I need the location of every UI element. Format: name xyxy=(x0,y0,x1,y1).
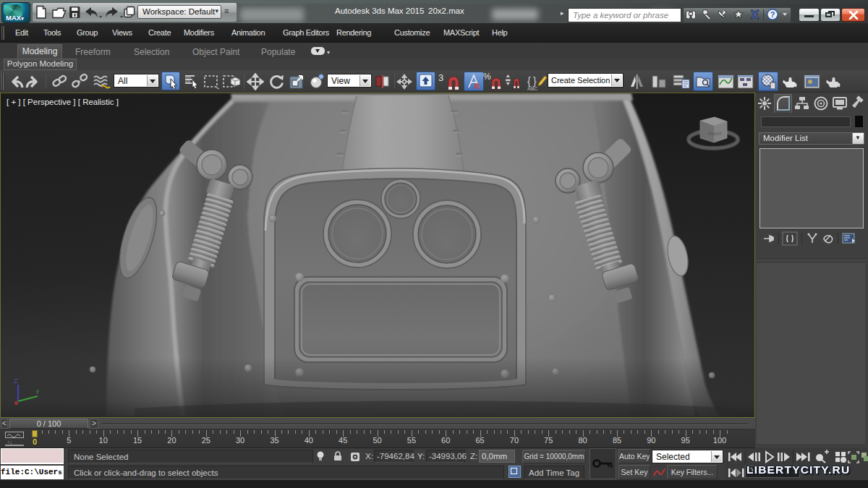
svg-text:?: ? xyxy=(770,10,775,19)
svg-text:{: { xyxy=(527,75,531,87)
svg-text:}: } xyxy=(533,75,537,87)
svg-text:RIGHT: RIGHT xyxy=(708,132,722,136)
svg-text:ABC: ABC xyxy=(527,86,537,91)
svg-text:Z: Z xyxy=(14,377,18,385)
svg-text:y: y xyxy=(36,388,39,394)
